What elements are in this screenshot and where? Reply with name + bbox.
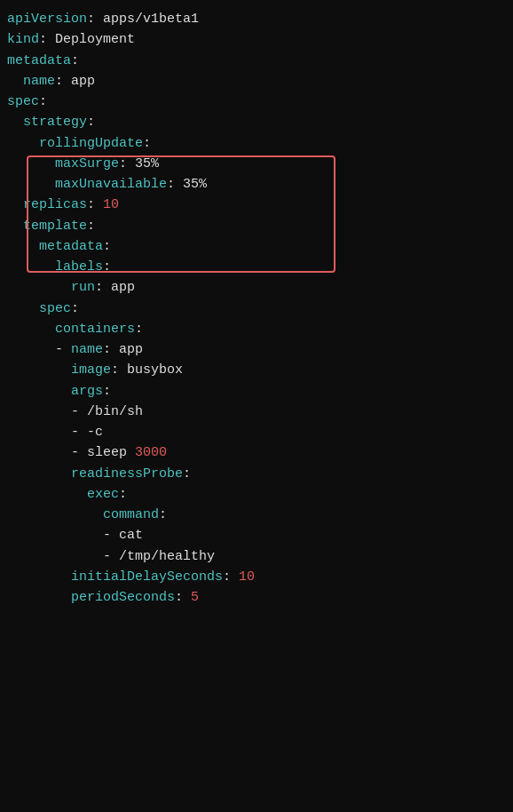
code-line: initialDelaySeconds: 10 [7, 567, 506, 587]
yaml-string-value: apps/v1beta1 [103, 12, 199, 27]
code-editor: apiVersion: apps/v1beta1kind: Deployment… [7, 9, 506, 608]
yaml-dash: - [71, 445, 87, 460]
yaml-key: name [23, 74, 55, 89]
yaml-key: containers [55, 322, 135, 337]
yaml-plain: : [135, 322, 143, 337]
yaml-number-value: 3000 [135, 445, 167, 460]
code-line: maxSurge: 35% [7, 154, 506, 174]
yaml-string-value: /bin/sh [87, 404, 143, 419]
code-line: apiVersion: apps/v1beta1 [7, 9, 506, 29]
yaml-plain: : [119, 156, 135, 171]
code-line: name: app [7, 71, 506, 92]
yaml-plain: : [119, 487, 127, 502]
yaml-key: maxSurge [55, 156, 119, 171]
code-line: labels: [7, 257, 506, 277]
yaml-plain: : [87, 115, 95, 130]
yaml-key: periodSeconds [71, 590, 175, 605]
code-line: spec: [7, 299, 506, 319]
yaml-key: args [71, 384, 103, 399]
yaml-number-value: 5 [191, 590, 199, 605]
yaml-plain: : [39, 94, 47, 109]
yaml-key: maxUnavailable [55, 177, 167, 192]
yaml-dash: - [71, 425, 87, 440]
yaml-key: spec [39, 301, 71, 316]
yaml-string-value: busybox [127, 362, 183, 378]
yaml-key: readinessProbe [71, 466, 183, 482]
yaml-key: name [71, 342, 103, 357]
yaml-plain: : [159, 507, 167, 522]
yaml-dash: - [55, 342, 71, 357]
yaml-plain: : [103, 259, 111, 275]
yaml-plain: : [103, 384, 111, 399]
yaml-plain: : [71, 301, 79, 316]
code-line: replicas: 10 [7, 195, 506, 215]
yaml-number-value: 10 [103, 197, 119, 212]
yaml-plain: : [103, 342, 119, 357]
code-line: spec: [7, 92, 506, 112]
yaml-key: apiVersion [7, 12, 87, 27]
yaml-key: initialDelaySeconds [71, 569, 223, 585]
code-line: rollingUpdate: [7, 133, 506, 154]
code-line: image: busybox [7, 360, 506, 380]
yaml-plain: : [95, 280, 111, 295]
yaml-plain: : [55, 74, 71, 89]
yaml-plain: : [103, 239, 111, 254]
yaml-dash: - [103, 549, 119, 564]
code-lines: apiVersion: apps/v1beta1kind: Deployment… [7, 9, 506, 608]
yaml-key: image [71, 362, 111, 378]
code-line: run: app [7, 277, 506, 298]
code-line: maxUnavailable: 35% [7, 174, 506, 195]
code-line: metadata: [7, 51, 506, 71]
yaml-string-value: app [119, 342, 143, 357]
yaml-key: labels [55, 259, 103, 275]
yaml-string-value: 35% [135, 156, 159, 171]
code-line: - -c [7, 422, 506, 442]
yaml-key: run [71, 280, 95, 295]
yaml-plain: : [39, 32, 55, 47]
yaml-plain: : [87, 219, 95, 234]
yaml-dash: - [71, 404, 87, 419]
code-line: - sleep 3000 [7, 442, 506, 463]
yaml-string-value: cat [119, 528, 143, 543]
code-line: metadata: [7, 236, 506, 257]
yaml-dash: - [103, 528, 119, 543]
yaml-plain: : [87, 12, 103, 27]
yaml-plain: : [223, 569, 239, 585]
code-line: args: [7, 381, 506, 402]
yaml-plain: : [183, 466, 191, 482]
yaml-string-value: 35% [183, 177, 207, 192]
yaml-key: metadata [39, 239, 103, 254]
yaml-number-value: 10 [239, 569, 255, 585]
code-line: - cat [7, 525, 506, 545]
yaml-key: command [103, 507, 159, 522]
code-line: - /tmp/healthy [7, 546, 506, 567]
code-line: containers: [7, 319, 506, 339]
yaml-string-value: Deployment [55, 32, 135, 47]
yaml-plain: : [167, 177, 183, 192]
yaml-plain: : [71, 53, 79, 68]
yaml-plain: : [143, 136, 151, 151]
yaml-plain: : [87, 197, 103, 212]
code-line: command: [7, 505, 506, 525]
code-line: exec: [7, 484, 506, 505]
yaml-plain: : [175, 590, 191, 605]
code-line: - name: app [7, 339, 506, 360]
yaml-key: spec [7, 94, 39, 109]
yaml-string-value: app [111, 280, 135, 295]
yaml-plain: sleep [87, 445, 135, 460]
yaml-key: replicas [23, 197, 87, 212]
yaml-key: kind [7, 32, 39, 47]
yaml-string-value: app [71, 74, 95, 89]
code-line: periodSeconds: 5 [7, 587, 506, 608]
yaml-key: exec [87, 487, 119, 502]
yaml-key: template [23, 219, 87, 234]
yaml-key: strategy [23, 115, 87, 130]
yaml-key: rollingUpdate [39, 136, 143, 151]
code-line: strategy: [7, 112, 506, 132]
yaml-plain: : [111, 362, 127, 378]
yaml-string-value: /tmp/healthy [119, 549, 215, 564]
code-line: template: [7, 216, 506, 236]
code-line: readinessProbe: [7, 464, 506, 484]
code-line: kind: Deployment [7, 29, 506, 50]
code-line: - /bin/sh [7, 402, 506, 422]
